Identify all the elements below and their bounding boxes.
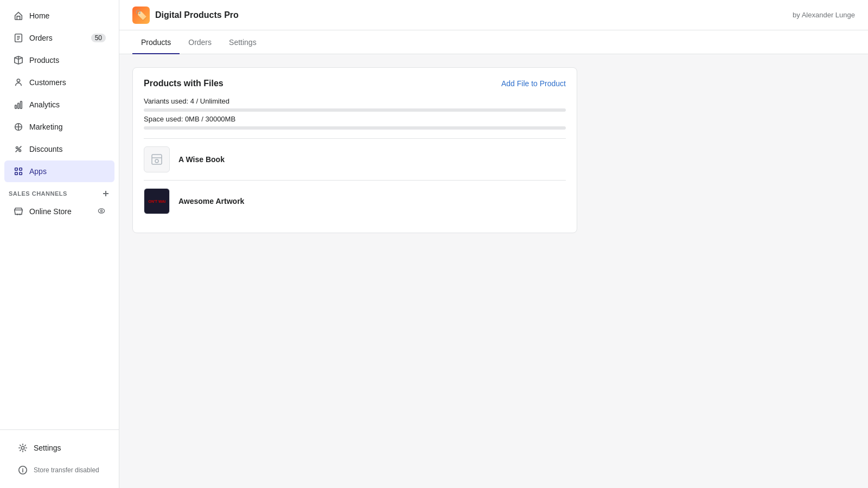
- sidebar-item-products[interactable]: Products: [4, 49, 114, 71]
- svg-rect-3: [18, 103, 20, 108]
- sidebar-item-discounts[interactable]: Discounts: [4, 138, 114, 160]
- product-item[interactable]: A Wise Book: [144, 138, 566, 180]
- tabs-bar: Products Orders Settings: [119, 30, 868, 54]
- eye-icon: [97, 207, 106, 217]
- store-transfer-label: Store transfer disabled: [34, 466, 101, 474]
- apps-icon: [13, 166, 24, 177]
- product-name-awesome-artwork: Awesome Artwork: [178, 197, 244, 206]
- card-header: Products with Files Add File to Product: [144, 79, 566, 88]
- app-title: Digital Products Pro: [155, 10, 239, 20]
- sidebar-item-analytics[interactable]: Analytics: [4, 94, 114, 115]
- main-content: 🏷️ Digital Products Pro by Alexander Lun…: [119, 0, 868, 488]
- sidebar-bottom: Settings Store transfer disabled: [0, 429, 119, 488]
- svg-rect-10: [20, 172, 22, 175]
- products-with-files-card: Products with Files Add File to Product …: [132, 67, 577, 233]
- sidebar-item-analytics-label: Analytics: [29, 100, 106, 109]
- product-thumbnail-awesome-artwork: DON'T WAIT: [144, 188, 170, 214]
- orders-icon: [13, 33, 24, 43]
- add-file-to-product-link[interactable]: Add File to Product: [501, 79, 566, 88]
- svg-point-11: [17, 214, 18, 215]
- variants-progress-bar-bg: [144, 108, 566, 112]
- svg-point-1: [17, 79, 20, 82]
- sidebar-item-home[interactable]: Home: [4, 5, 114, 27]
- space-used-info: Space used: 0MB / 30000MB: [144, 115, 566, 123]
- sidebar-item-marketing[interactable]: Marketing: [4, 116, 114, 138]
- sidebar-item-online-store-label: Online Store: [29, 207, 92, 216]
- card-title: Products with Files: [144, 79, 224, 88]
- products-icon: [13, 55, 24, 66]
- svg-point-14: [100, 210, 102, 211]
- svg-rect-2: [15, 105, 17, 108]
- sidebar-item-settings[interactable]: Settings: [9, 437, 110, 459]
- marketing-icon: [13, 121, 24, 132]
- sidebar-item-apps[interactable]: Apps: [4, 160, 114, 182]
- sidebar-item-customers-label: Customers: [29, 78, 106, 87]
- svg-rect-4: [21, 101, 22, 109]
- home-icon: [13, 10, 24, 21]
- svg-rect-9: [15, 172, 18, 175]
- app-header: 🏷️ Digital Products Pro by Alexander Lun…: [119, 0, 868, 30]
- sidebar-item-online-store[interactable]: Online Store: [4, 201, 114, 222]
- sidebar-item-customers[interactable]: Customers: [4, 72, 114, 93]
- sidebar-item-discounts-label: Discounts: [29, 145, 106, 153]
- sidebar-item-orders[interactable]: Orders 50: [4, 27, 114, 49]
- svg-point-12: [19, 214, 21, 215]
- add-sales-channel-button[interactable]: [101, 189, 110, 198]
- variants-used-info: Variants used: 4 / Unlimited: [144, 97, 566, 105]
- sidebar-item-home-label: Home: [29, 11, 106, 20]
- svg-rect-7: [15, 168, 18, 171]
- app-author: by Alexander Lunge: [793, 11, 855, 19]
- svg-point-18: [155, 159, 158, 163]
- sidebar-item-settings-label: Settings: [34, 444, 101, 452]
- store-icon: [13, 206, 24, 217]
- sidebar-item-marketing-label: Marketing: [29, 123, 106, 131]
- product-list: A Wise Book DON'T WAIT Awesome Artwork: [144, 138, 566, 222]
- sales-channels-section: SALES CHANNELS: [0, 183, 119, 200]
- svg-point-13: [98, 209, 104, 213]
- customers-icon: [13, 77, 24, 88]
- product-item[interactable]: DON'T WAIT Awesome Artwork: [144, 180, 566, 222]
- svg-text:DON'T WAIT: DON'T WAIT: [148, 200, 165, 203]
- sidebar-item-apps-label: Apps: [29, 167, 106, 176]
- tab-settings[interactable]: Settings: [220, 30, 265, 54]
- analytics-icon: [13, 99, 24, 110]
- settings-icon: [17, 442, 28, 453]
- sales-channels-label: SALES CHANNELS: [9, 190, 67, 197]
- discounts-icon: [13, 144, 24, 155]
- sidebar-nav: Home Orders 50 Products Customers: [0, 0, 119, 429]
- sidebar: Home Orders 50 Products Customers: [0, 0, 119, 488]
- info-icon: [17, 465, 28, 476]
- tab-products[interactable]: Products: [132, 30, 180, 54]
- app-icon: 🏷️: [132, 7, 150, 24]
- svg-rect-8: [20, 168, 22, 171]
- sidebar-item-store-transfer[interactable]: Store transfer disabled: [9, 459, 110, 481]
- sidebar-item-products-label: Products: [29, 56, 106, 65]
- space-progress-bar-bg: [144, 126, 566, 130]
- page-content: Products with Files Add File to Product …: [119, 54, 868, 488]
- product-thumbnail-a-wise-book: [144, 146, 170, 172]
- app-title-area: 🏷️ Digital Products Pro: [132, 7, 239, 24]
- svg-point-5: [16, 147, 18, 149]
- svg-point-15: [21, 446, 24, 449]
- orders-badge: 50: [91, 34, 106, 42]
- sidebar-item-orders-label: Orders: [29, 34, 86, 42]
- product-name-a-wise-book: A Wise Book: [178, 155, 225, 164]
- tab-orders[interactable]: Orders: [180, 30, 220, 54]
- svg-point-6: [19, 150, 21, 152]
